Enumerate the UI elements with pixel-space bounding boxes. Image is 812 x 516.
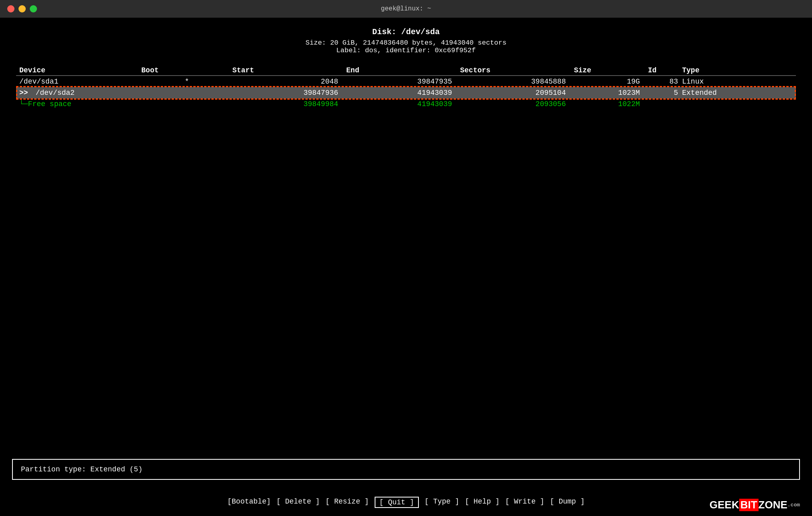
- cursor-indicator: >>: [19, 89, 28, 97]
- partition-start-sda2: 39847936: [232, 87, 346, 98]
- disk-label: Label: dos, identifier: 0xc69f952f: [16, 47, 796, 54]
- free-space-end: 41943039: [346, 98, 460, 110]
- traffic-lights: [7, 5, 37, 12]
- col-header-device: Device: [16, 66, 141, 76]
- free-space-sectors: 2093056: [460, 98, 574, 110]
- minimize-button[interactable]: [18, 5, 26, 12]
- watermark-zone: ZONE: [759, 499, 787, 511]
- partition-device-sda1: /dev/sda1: [16, 76, 141, 87]
- col-header-size: Size: [574, 66, 648, 76]
- partition-device-sda2: /dev/sda2: [35, 89, 74, 97]
- partition-sectors-sda2: 2095104: [460, 87, 574, 98]
- info-box: Partition type: Extended (5): [12, 459, 800, 480]
- table-row-selected[interactable]: >> /dev/sda2 39847936 41943039 2095104 1…: [16, 87, 796, 98]
- partition-size-sda2: 1023M: [574, 87, 648, 98]
- free-space-size: 1022M: [574, 98, 648, 110]
- watermark-com: .com: [787, 502, 800, 508]
- menu-dump[interactable]: [ Dump ]: [550, 497, 584, 508]
- table-header-row: Device Boot Start End Sectors Size Id Ty…: [16, 66, 796, 76]
- col-header-id: Id: [648, 66, 682, 76]
- partition-boot-sda2: [141, 87, 233, 98]
- watermark-bit: BIT: [739, 499, 759, 511]
- free-space-start: 39849984: [232, 98, 346, 110]
- free-space-device: └─Free space: [16, 98, 141, 110]
- partition-sectors-sda1: 39845888: [460, 76, 574, 87]
- table-row-free-space: └─Free space 39849984 41943039 2093056 1…: [16, 98, 796, 110]
- disk-size: Size: 20 GiB, 21474836480 bytes, 4194304…: [16, 39, 796, 47]
- free-space-id: [648, 98, 682, 110]
- col-header-type: Type: [682, 66, 796, 76]
- disk-title: Disk: /dev/sda: [16, 27, 796, 37]
- partition-size-sda1: 19G: [574, 76, 648, 87]
- terminal: Disk: /dev/sda Size: 20 GiB, 21474836480…: [0, 18, 812, 110]
- partition-end-sda1: 39847935: [346, 76, 460, 87]
- partition-end-sda2: 41943039: [346, 87, 460, 98]
- menu-bar: [Bootable] [ Delete ] [ Resize ] [ Quit …: [0, 497, 812, 508]
- titlebar: geek@linux: ~: [0, 0, 812, 18]
- col-header-start: Start: [232, 66, 346, 76]
- menu-help[interactable]: [ Help ]: [465, 497, 499, 508]
- menu-quit[interactable]: [ Quit ]: [375, 497, 419, 508]
- partition-type-sda2: Extended: [682, 87, 796, 98]
- window-title: geek@linux: ~: [381, 5, 431, 12]
- menu-type[interactable]: [ Type ]: [424, 497, 459, 508]
- menu-delete[interactable]: [ Delete ]: [277, 497, 320, 508]
- watermark-geek: GEEK: [709, 499, 739, 511]
- partition-table-wrapper: Device Boot Start End Sectors Size Id Ty…: [16, 66, 796, 110]
- bottom-section: Partition type: Extended (5): [0, 459, 812, 480]
- table-row[interactable]: /dev/sda1 * 2048 39847935 39845888 19G 8…: [16, 76, 796, 87]
- partition-cursor-sda2: >> /dev/sda2: [16, 87, 141, 98]
- col-header-boot: Boot: [141, 66, 233, 76]
- partition-start-sda1: 2048: [232, 76, 346, 87]
- maximize-button[interactable]: [30, 5, 37, 12]
- free-space-boot: [141, 98, 233, 110]
- partition-id-sda1: 83: [648, 76, 682, 87]
- watermark: GEEK BIT ZONE .com: [709, 499, 800, 511]
- partition-type-sda1: Linux: [682, 76, 796, 87]
- partition-boot-sda1: *: [141, 76, 233, 87]
- col-header-end: End: [346, 66, 460, 76]
- info-box-text: Partition type: Extended (5): [21, 465, 142, 473]
- partition-id-sda2: 5: [648, 87, 682, 98]
- col-header-sectors: Sectors: [460, 66, 574, 76]
- partition-table: Device Boot Start End Sectors Size Id Ty…: [16, 66, 796, 110]
- free-space-type: [682, 98, 796, 110]
- menu-bootable[interactable]: [Bootable]: [228, 497, 271, 508]
- menu-write[interactable]: [ Write ]: [505, 497, 544, 508]
- menu-resize[interactable]: [ Resize ]: [326, 497, 369, 508]
- close-button[interactable]: [7, 5, 14, 12]
- disk-info: Disk: /dev/sda Size: 20 GiB, 21474836480…: [16, 27, 796, 54]
